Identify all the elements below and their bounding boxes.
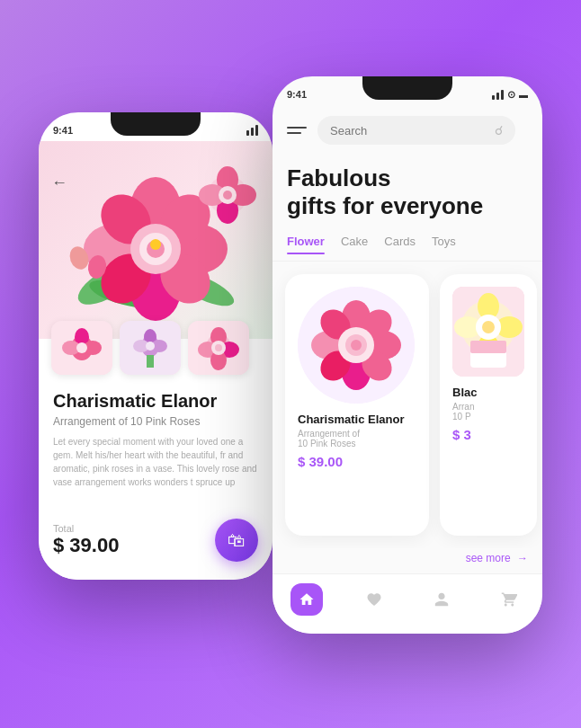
svg-point-36 — [146, 342, 155, 351]
battery-icon: ▬ — [519, 90, 528, 100]
tab-toys[interactable]: Toys — [432, 235, 456, 253]
back-button[interactable]: ← — [51, 173, 67, 192]
total-section: Total $ 39.00 — [53, 523, 119, 557]
product-info-left: Charismatic Elanor Arrangement of 10 Pin… — [39, 384, 273, 496]
tab-flower[interactable]: Flower — [287, 235, 325, 253]
hamburger-menu[interactable] — [287, 127, 307, 134]
signal-icon-right — [492, 90, 504, 100]
person-icon — [434, 591, 450, 608]
signal-icon — [246, 125, 258, 136]
home-icon — [299, 591, 315, 608]
see-more-label: see more — [466, 552, 511, 564]
svg-point-22 — [223, 191, 232, 200]
hero-image-left: ← — [39, 141, 273, 339]
header-row: ☌ — [273, 105, 542, 152]
hero-title-line1: Fabulous — [287, 164, 391, 191]
phone-right-inner: 9:41 ⊙ ▬ ☌ — [273, 76, 542, 634]
nav-person[interactable] — [425, 583, 458, 616]
card-price-1: $ 39.00 — [298, 454, 416, 469]
thumb-1[interactable] — [51, 321, 112, 375]
card-name-2: Blac — [452, 386, 524, 399]
wifi-icon: ⊙ — [507, 89, 515, 101]
total-price: $ 39.00 — [53, 534, 119, 557]
total-label: Total — [53, 523, 119, 534]
bottom-bar-left: Total $ 39.00 🛍 — [39, 508, 273, 580]
svg-point-15 — [150, 239, 161, 250]
card-desc-1: Arrangement of10 Pink Roses — [298, 429, 416, 448]
phone-left: 9:41 ← — [39, 112, 273, 580]
flower-svg-2 — [452, 287, 524, 377]
svg-point-65 — [482, 321, 495, 333]
tab-cards[interactable]: Cards — [384, 235, 416, 253]
thumb-3[interactable] — [188, 321, 249, 375]
see-more-arrow: → — [517, 552, 528, 564]
card-image-2 — [452, 287, 524, 377]
cart-icon — [501, 591, 517, 608]
product-card-1[interactable]: Charismatic Elanor Arrangement of10 Pink… — [285, 274, 429, 536]
product-subtitle-left: Arrangement of 10 Pink Roses — [53, 415, 258, 428]
status-time-left: 9:41 — [53, 125, 73, 136]
card-desc-2: Arran10 P — [452, 402, 524, 422]
hero-flower-svg — [52, 150, 259, 339]
notch-left — [111, 112, 201, 136]
svg-point-57 — [351, 340, 362, 351]
category-tabs: Flower Cake Cards Toys — [273, 227, 542, 262]
card-image-1 — [298, 287, 415, 404]
nav-cart[interactable] — [493, 583, 525, 616]
phone-right: 9:41 ⊙ ▬ ☌ — [273, 76, 542, 634]
product-cards: Charismatic Elanor Arrangement of10 Pink… — [273, 262, 542, 548]
svg-point-45 — [215, 344, 222, 351]
status-icons-left — [246, 125, 258, 136]
cart-icon: 🛍 — [228, 530, 246, 551]
thumb-2[interactable] — [120, 321, 181, 375]
notch-right — [362, 76, 452, 100]
nav-heart[interactable] — [358, 583, 390, 616]
nav-home[interactable] — [290, 583, 323, 616]
card-name-1: Charismatic Elanor — [298, 413, 416, 426]
hero-title: Fabulous gifts for everyone — [273, 152, 542, 227]
heart-icon — [366, 591, 382, 608]
product-name-left: Charismatic Elanor — [53, 391, 258, 412]
status-time-right: 9:41 — [287, 89, 307, 100]
bottom-nav — [273, 573, 542, 634]
hero-title-line2: gifts for everyone — [287, 192, 483, 219]
search-icon: ☌ — [495, 123, 503, 138]
hero-heading: Fabulous gifts for everyone — [287, 164, 528, 220]
cart-button[interactable]: 🛍 — [215, 519, 258, 562]
svg-rect-67 — [470, 341, 506, 353]
card-price-2: $ 3 — [452, 427, 524, 442]
flower-svg-1 — [298, 287, 415, 404]
status-icons-right: ⊙ ▬ — [492, 89, 528, 101]
thumbnail-row — [39, 312, 273, 384]
search-input[interactable] — [330, 124, 495, 138]
svg-rect-37 — [147, 355, 154, 368]
search-bar[interactable]: ☌ — [317, 116, 515, 145]
product-card-2[interactable]: Blac Arran10 P $ 3 — [440, 274, 537, 536]
tab-cake[interactable]: Cake — [341, 235, 368, 253]
product-desc-left: Let every special moment with your loved… — [53, 435, 258, 489]
see-more[interactable]: see more → — [273, 548, 542, 573]
phones-container: 9:41 ← — [21, 22, 560, 706]
svg-point-30 — [76, 342, 87, 353]
